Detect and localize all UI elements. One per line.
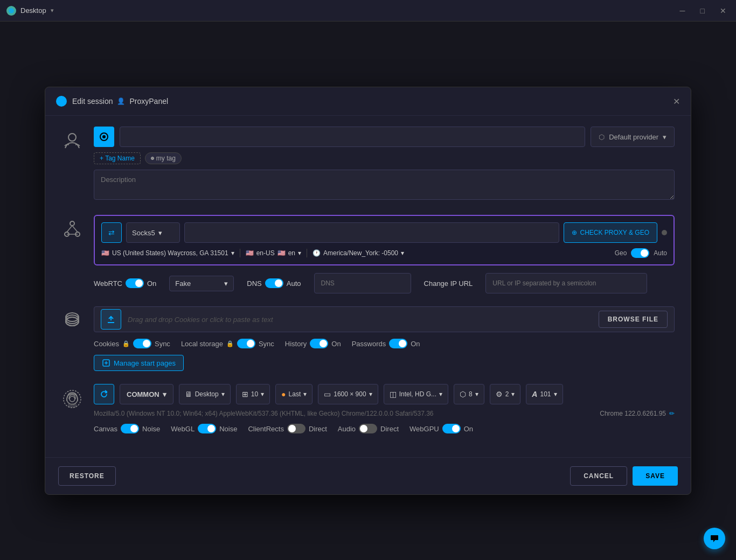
change-ip-label: Change IP URL <box>424 279 473 288</box>
local-storage-item: Local storage 🔒 Sync <box>181 339 274 348</box>
fingerprint-resolution-option[interactable]: ▭ 1600 × 900 ▾ <box>318 384 378 404</box>
dns-toggle[interactable] <box>265 278 283 288</box>
lang-code2: en <box>288 249 295 257</box>
titlebar-left: Desktop ▾ <box>6 6 54 16</box>
svg-point-0 <box>9 8 14 13</box>
fake-label: Fake <box>175 279 191 288</box>
canvas-toggle[interactable] <box>121 424 139 433</box>
history-toggle[interactable] <box>310 339 328 348</box>
svg-point-21 <box>70 396 75 402</box>
fingerprint-font-option[interactable]: A 101 ▾ <box>526 384 563 404</box>
local-storage-toggle[interactable] <box>237 339 255 348</box>
fingerprint-cores-option[interactable]: ⬡ 8 ▾ <box>454 384 484 404</box>
resolution-label: 1600 × 900 <box>334 390 366 398</box>
history-item: History On <box>285 339 341 348</box>
gpu-chevron-icon: ▾ <box>439 390 442 398</box>
cookies-upload-button[interactable] <box>101 309 121 330</box>
proxy-geo-row: 🇺🇸 US (United States) Waycross, GA 31501… <box>101 248 667 258</box>
threads-label: 2 <box>505 390 509 398</box>
clientrects-label: ClientRects <box>248 425 283 433</box>
modal-body: ProxyPanel ⬡ Default provider ▾ + Tag Na… <box>45 116 691 457</box>
dns-setting: DNS Auto <box>247 278 301 288</box>
cookies-section: Drag and drop Cookies or click to paste … <box>61 306 675 371</box>
description-textarea[interactable] <box>94 170 675 200</box>
geo-location-select[interactable]: 🇺🇸 US (United States) Waycross, GA 31501… <box>101 249 234 257</box>
fingerprint-section: COMMON ▾ 🖥 Desktop ▾ ⊞ 10 ▾ <box>61 384 675 433</box>
webrtc-label: WebRTC <box>94 279 122 288</box>
proxy-section-icon <box>61 215 83 239</box>
add-tag-button[interactable]: + Tag Name <box>94 152 141 164</box>
webrtc-toggle[interactable] <box>126 278 144 288</box>
proxy-config-row: ⇄ Socks5 ▾ 154.198.34.30:9093@ww_john.My… <box>101 222 667 243</box>
audio-setting: Audio Direct <box>338 424 399 433</box>
audio-toggle[interactable] <box>359 424 377 433</box>
desktop-background: Edit session 👤 ProxyPanel ✕ <box>0 22 736 560</box>
proxy-address-input[interactable]: 154.198.34.30:9093@ww_john.MyPr... <box>184 222 559 243</box>
manage-start-pages-button[interactable]: Manage start pages <box>94 355 184 371</box>
change-ip-input[interactable] <box>485 273 647 293</box>
restore-button[interactable]: RESTORE <box>58 466 116 486</box>
chrome-version-display: Chrome 122.0.6261.95 ✏ <box>600 410 675 417</box>
cookies-sync-label: Sync <box>155 340 170 348</box>
titlebar-chevron-icon[interactable]: ▾ <box>51 7 54 14</box>
app-icon <box>6 6 16 16</box>
browse-file-button[interactable]: BROWSE FILE <box>599 311 668 328</box>
canvas-setting: Canvas Noise <box>94 424 160 433</box>
icon-picker-button[interactable] <box>94 127 114 147</box>
maximize-button[interactable]: □ <box>697 5 708 16</box>
dns-value: Auto <box>287 279 301 288</box>
os-label: 10 <box>251 390 258 398</box>
geo-auto-group: Geo Auto <box>615 248 667 258</box>
fingerprint-refresh-button[interactable] <box>94 384 114 404</box>
proxy-type-select[interactable]: Socks5 ▾ <box>126 222 180 243</box>
dns-input[interactable] <box>314 273 411 293</box>
webgl-setting: WebGL Noise <box>171 424 237 433</box>
chat-bubble-button[interactable] <box>704 528 725 549</box>
passwords-toggle[interactable] <box>389 339 407 348</box>
cores-chevron-icon: ▾ <box>475 390 478 398</box>
fingerprint-desktop-option[interactable]: 🖥 Desktop ▾ <box>179 384 231 404</box>
proxy-section-content: ⇄ Socks5 ▾ 154.198.34.30:9093@ww_john.My… <box>94 215 675 293</box>
modal-header: Edit session 👤 ProxyPanel ✕ <box>45 87 691 116</box>
svg-point-20 <box>67 394 78 404</box>
clientrects-toggle[interactable] <box>287 424 305 433</box>
webgl-toggle[interactable] <box>198 424 216 433</box>
geo-toggle[interactable] <box>631 248 649 258</box>
font-icon: A <box>532 390 537 398</box>
tag-item[interactable]: my tag <box>145 152 182 164</box>
cookies-label: Cookies <box>94 340 119 348</box>
titlebar-title: Desktop <box>20 6 46 15</box>
fingerprint-common-label: COMMON <box>127 390 159 398</box>
fingerprint-browser-option[interactable]: ● Last ▾ <box>275 384 313 404</box>
fingerprint-os-option[interactable]: ⊞ 10 ▾ <box>236 384 270 404</box>
timezone-select[interactable]: 🕐 America/New_York: -0500 ▾ <box>313 249 404 257</box>
session-icon: 👤 <box>117 97 125 105</box>
storage-row: Cookies 🔒 Sync Local storage 🔒 Sync <box>94 339 675 348</box>
cookies-sync-toggle[interactable] <box>133 339 151 348</box>
webrtc-type-select[interactable]: Fake ▾ <box>169 276 234 291</box>
browser-last-label: Last <box>289 390 301 398</box>
ua-edit-button[interactable]: ✏ <box>669 410 675 417</box>
close-modal-button[interactable]: ✕ <box>673 96 680 107</box>
minimize-button[interactable]: ─ <box>677 5 689 16</box>
check-proxy-button[interactable]: ⊕ CHECK PROXY & GEO <box>564 222 657 243</box>
svg-line-8 <box>67 226 72 232</box>
save-button[interactable]: SAVE <box>633 466 678 486</box>
webgpu-toggle[interactable] <box>442 424 461 433</box>
modal-header-icon <box>56 96 67 107</box>
webgl-value: Noise <box>219 425 237 433</box>
proxy-type-icon-button[interactable]: ⇄ <box>101 222 122 243</box>
fingerprint-common-tag[interactable]: COMMON ▾ <box>120 384 173 404</box>
cookies-drop-zone[interactable]: Drag and drop Cookies or click to paste … <box>94 306 675 332</box>
session-name-input[interactable]: ProxyPanel <box>120 127 585 147</box>
fingerprint-threads-option[interactable]: ⚙ 2 ▾ <box>490 384 521 404</box>
threads-chevron-icon: ▾ <box>511 390 515 398</box>
provider-button[interactable]: ⬡ Default provider ▾ <box>591 127 675 147</box>
fingerprint-gpu-option[interactable]: ◫ Intel, HD G... ▾ <box>384 384 448 404</box>
close-window-button[interactable]: ✕ <box>717 5 730 16</box>
webgpu-label: WebGPU <box>409 425 439 433</box>
cancel-button[interactable]: CANCEL <box>570 466 627 486</box>
fake-chevron-icon: ▾ <box>224 279 228 288</box>
language-select[interactable]: 🇺🇸 en-US 🇺🇸 en ▾ <box>246 249 301 257</box>
name-section-content: ProxyPanel ⬡ Default provider ▾ + Tag Na… <box>94 127 675 202</box>
